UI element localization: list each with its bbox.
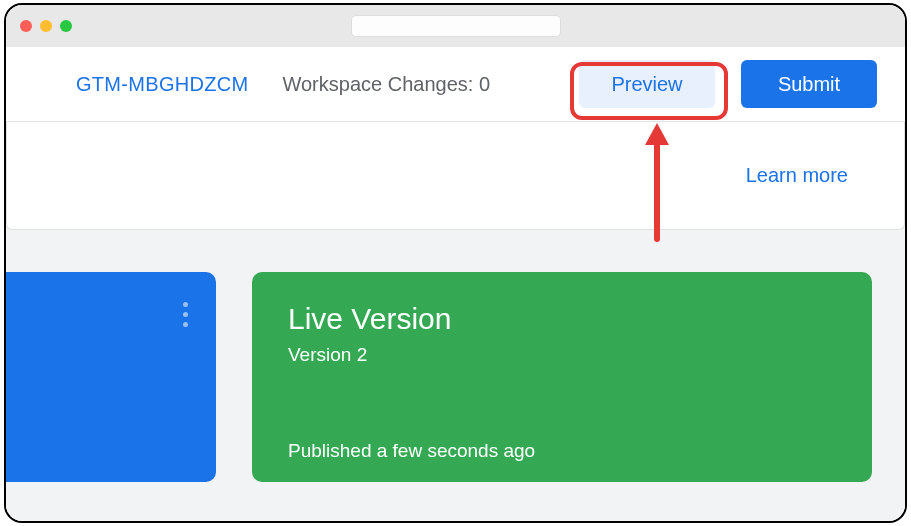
workspace-changes-label: Workspace Changes: 0 — [282, 73, 490, 96]
gtm-header: GTM-MBGHDZCM Workspace Changes: 0 Previe… — [6, 47, 905, 122]
content-area: Learn more Live Version Version 2 Publis… — [6, 122, 905, 521]
browser-window: GTM-MBGHDZCM Workspace Changes: 0 Previe… — [4, 3, 907, 523]
cards-row: Live Version Version 2 Published a few s… — [4, 230, 905, 482]
container-id-link[interactable]: GTM-MBGHDZCM — [76, 73, 248, 96]
live-version-subtitle: Version 2 — [288, 344, 836, 366]
live-version-title: Live Version — [288, 302, 836, 336]
learn-more-link[interactable]: Learn more — [746, 164, 848, 187]
workspace-card[interactable] — [4, 272, 216, 482]
address-bar[interactable] — [351, 15, 561, 37]
title-bar — [6, 5, 905, 47]
window-controls — [20, 20, 72, 32]
info-banner: Learn more — [6, 122, 905, 230]
preview-button[interactable]: Preview — [579, 60, 715, 108]
more-options-icon[interactable] — [177, 296, 194, 333]
close-window-button[interactable] — [20, 20, 32, 32]
live-version-published: Published a few seconds ago — [288, 440, 836, 462]
maximize-window-button[interactable] — [60, 20, 72, 32]
minimize-window-button[interactable] — [40, 20, 52, 32]
live-version-card[interactable]: Live Version Version 2 Published a few s… — [252, 272, 872, 482]
workspace-changes-text: Workspace Changes: — [282, 73, 473, 95]
workspace-changes-count: 0 — [479, 73, 490, 95]
submit-button[interactable]: Submit — [741, 60, 877, 108]
